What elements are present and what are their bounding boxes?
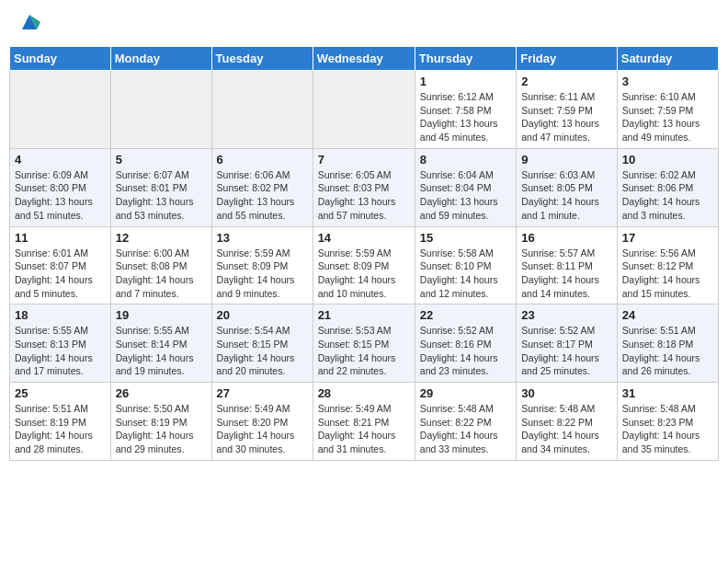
calendar-cell: 21Sunrise: 5:53 AMSunset: 8:15 PMDayligh… (313, 304, 415, 383)
calendar-week-3: 11Sunrise: 6:01 AMSunset: 8:07 PMDayligh… (10, 226, 719, 304)
calendar-cell: 30Sunrise: 5:48 AMSunset: 8:22 PMDayligh… (517, 383, 618, 461)
day-info: Sunrise: 6:02 AMSunset: 8:06 PMDaylight:… (622, 168, 713, 223)
day-number: 9 (521, 153, 612, 167)
day-number: 16 (521, 231, 612, 245)
calendar-cell: 17Sunrise: 5:56 AMSunset: 8:12 PMDayligh… (617, 226, 718, 304)
day-number: 22 (420, 308, 511, 322)
calendar-cell: 7Sunrise: 6:05 AMSunset: 8:03 PMDaylight… (313, 148, 415, 226)
day-number: 10 (622, 153, 713, 167)
day-number: 5 (116, 153, 207, 167)
calendar-cell (211, 71, 313, 149)
calendar-week-2: 4Sunrise: 6:09 AMSunset: 8:00 PMDaylight… (10, 148, 719, 226)
day-header-wednesday: Wednesday (313, 47, 415, 71)
day-number: 21 (318, 308, 410, 322)
calendar-week-5: 25Sunrise: 5:51 AMSunset: 8:19 PMDayligh… (10, 383, 719, 461)
day-number: 28 (318, 386, 410, 400)
day-number: 13 (217, 231, 308, 245)
day-number: 26 (116, 386, 207, 400)
day-info: Sunrise: 5:54 AMSunset: 8:15 PMDaylight:… (217, 324, 308, 378)
calendar-cell: 15Sunrise: 5:58 AMSunset: 8:10 PMDayligh… (415, 226, 516, 304)
calendar-header-row: SundayMondayTuesdayWednesdayThursdayFrid… (10, 47, 719, 71)
calendar-cell: 24Sunrise: 5:51 AMSunset: 8:18 PMDayligh… (617, 304, 718, 383)
day-number: 25 (15, 386, 106, 400)
day-info: Sunrise: 6:03 AMSunset: 8:05 PMDaylight:… (521, 168, 612, 223)
day-header-sunday: Sunday (10, 47, 111, 71)
calendar-cell: 3Sunrise: 6:10 AMSunset: 7:59 PMDaylight… (617, 71, 718, 149)
calendar-cell: 4Sunrise: 6:09 AMSunset: 8:00 PMDaylight… (10, 148, 111, 226)
day-info: Sunrise: 6:04 AMSunset: 8:04 PMDaylight:… (420, 168, 511, 223)
day-info: Sunrise: 5:55 AMSunset: 8:14 PMDaylight:… (116, 324, 207, 378)
day-number: 8 (420, 153, 511, 167)
day-info: Sunrise: 5:58 AMSunset: 8:10 PMDaylight:… (420, 247, 511, 301)
day-number: 18 (15, 308, 106, 322)
calendar-cell: 22Sunrise: 5:52 AMSunset: 8:16 PMDayligh… (415, 304, 516, 383)
day-info: Sunrise: 6:06 AMSunset: 8:02 PMDaylight:… (217, 168, 308, 223)
day-info: Sunrise: 5:51 AMSunset: 8:18 PMDaylight:… (622, 324, 713, 378)
day-number: 6 (217, 153, 308, 167)
day-number: 7 (318, 153, 410, 167)
day-number: 30 (521, 386, 612, 400)
day-header-saturday: Saturday (617, 47, 718, 71)
calendar-cell: 25Sunrise: 5:51 AMSunset: 8:19 PMDayligh… (10, 383, 111, 461)
day-number: 3 (622, 75, 713, 88)
day-info: Sunrise: 5:48 AMSunset: 8:22 PMDaylight:… (420, 402, 511, 456)
day-number: 1 (420, 75, 511, 88)
day-number: 31 (622, 386, 713, 400)
day-number: 20 (217, 308, 308, 322)
calendar-cell: 23Sunrise: 5:52 AMSunset: 8:17 PMDayligh… (517, 304, 618, 383)
day-info: Sunrise: 6:00 AMSunset: 8:08 PMDaylight:… (116, 247, 207, 301)
day-info: Sunrise: 5:57 AMSunset: 8:11 PMDaylight:… (521, 247, 612, 301)
day-info: Sunrise: 5:49 AMSunset: 8:20 PMDaylight:… (217, 402, 308, 456)
calendar-cell: 28Sunrise: 5:49 AMSunset: 8:21 PMDayligh… (313, 383, 415, 461)
day-info: Sunrise: 5:48 AMSunset: 8:22 PMDaylight:… (521, 402, 612, 456)
day-header-tuesday: Tuesday (211, 47, 313, 71)
calendar-cell (110, 71, 211, 149)
day-number: 29 (420, 386, 511, 400)
day-info: Sunrise: 6:12 AMSunset: 7:58 PMDaylight:… (420, 90, 511, 144)
calendar-cell: 9Sunrise: 6:03 AMSunset: 8:05 PMDaylight… (517, 148, 618, 226)
calendar-cell: 13Sunrise: 5:59 AMSunset: 8:09 PMDayligh… (211, 226, 313, 304)
day-number: 15 (420, 231, 511, 245)
calendar-table: SundayMondayTuesdayWednesdayThursdayFrid… (9, 46, 719, 461)
day-number: 4 (15, 153, 106, 167)
day-info: Sunrise: 6:05 AMSunset: 8:03 PMDaylight:… (318, 168, 410, 223)
calendar-week-4: 18Sunrise: 5:55 AMSunset: 8:13 PMDayligh… (10, 304, 719, 383)
day-number: 2 (521, 75, 612, 88)
calendar-cell: 6Sunrise: 6:06 AMSunset: 8:02 PMDaylight… (211, 148, 313, 226)
calendar-cell: 18Sunrise: 5:55 AMSunset: 8:13 PMDayligh… (10, 304, 111, 383)
calendar-cell (10, 71, 111, 149)
day-info: Sunrise: 6:07 AMSunset: 8:01 PMDaylight:… (116, 168, 207, 223)
calendar-cell: 19Sunrise: 5:55 AMSunset: 8:14 PMDayligh… (110, 304, 211, 383)
day-info: Sunrise: 6:09 AMSunset: 8:00 PMDaylight:… (15, 168, 106, 223)
logo (15, 13, 42, 35)
day-info: Sunrise: 5:48 AMSunset: 8:23 PMDaylight:… (622, 402, 713, 456)
day-info: Sunrise: 6:11 AMSunset: 7:59 PMDaylight:… (521, 90, 612, 144)
day-number: 11 (15, 231, 106, 245)
calendar-cell: 10Sunrise: 6:02 AMSunset: 8:06 PMDayligh… (617, 148, 718, 226)
day-number: 19 (116, 308, 207, 322)
calendar-cell: 26Sunrise: 5:50 AMSunset: 8:19 PMDayligh… (110, 383, 211, 461)
calendar-cell: 5Sunrise: 6:07 AMSunset: 8:01 PMDaylight… (110, 148, 211, 226)
calendar-cell: 2Sunrise: 6:11 AMSunset: 7:59 PMDaylight… (517, 71, 618, 149)
day-info: Sunrise: 5:52 AMSunset: 8:17 PMDaylight:… (521, 324, 612, 378)
day-number: 17 (622, 231, 713, 245)
day-number: 27 (217, 386, 308, 400)
day-header-friday: Friday (517, 47, 618, 71)
day-info: Sunrise: 5:49 AMSunset: 8:21 PMDaylight:… (318, 402, 410, 456)
day-header-monday: Monday (110, 47, 211, 71)
day-info: Sunrise: 5:55 AMSunset: 8:13 PMDaylight:… (15, 324, 106, 378)
page-header (9, 9, 719, 39)
calendar-week-1: 1Sunrise: 6:12 AMSunset: 7:58 PMDaylight… (10, 71, 719, 149)
day-header-thursday: Thursday (415, 47, 516, 71)
day-info: Sunrise: 5:56 AMSunset: 8:12 PMDaylight:… (622, 247, 713, 301)
day-info: Sunrise: 6:01 AMSunset: 8:07 PMDaylight:… (15, 247, 106, 301)
calendar-cell: 12Sunrise: 6:00 AMSunset: 8:08 PMDayligh… (110, 226, 211, 304)
calendar-cell: 27Sunrise: 5:49 AMSunset: 8:20 PMDayligh… (211, 383, 313, 461)
day-number: 23 (521, 308, 612, 322)
day-number: 24 (622, 308, 713, 322)
day-info: Sunrise: 5:50 AMSunset: 8:19 PMDaylight:… (116, 402, 207, 456)
calendar-cell (313, 71, 415, 149)
logo-icon (17, 9, 42, 35)
day-info: Sunrise: 5:51 AMSunset: 8:19 PMDaylight:… (15, 402, 106, 456)
day-info: Sunrise: 5:53 AMSunset: 8:15 PMDaylight:… (318, 324, 410, 378)
